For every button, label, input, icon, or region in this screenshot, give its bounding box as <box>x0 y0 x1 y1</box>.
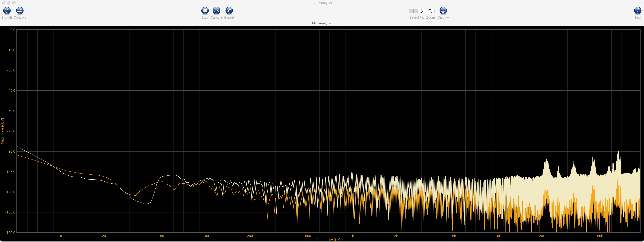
svg-text:20: 20 <box>102 234 106 238</box>
svg-text:Info: Info <box>635 15 641 19</box>
svg-text:500: 500 <box>305 234 311 238</box>
svg-text:FFT Analyzer: FFT Analyzer <box>312 21 332 25</box>
svg-text:Export: Export <box>224 15 234 19</box>
svg-text:-120.0: -120.0 <box>5 190 15 194</box>
svg-text:10: 10 <box>58 234 62 238</box>
svg-text:-90.0: -90.0 <box>7 150 15 153</box>
svg-text:-75.0: -75.0 <box>7 129 15 133</box>
svg-text:-45.0: -45.0 <box>7 89 15 92</box>
svg-text:Pan: Pan <box>419 15 426 19</box>
svg-text:0.0: 0.0 <box>10 28 15 32</box>
svg-text:Capture: Capture <box>210 15 222 19</box>
svg-text:200: 200 <box>247 234 253 238</box>
svg-text:50: 50 <box>160 234 164 238</box>
svg-text:1k: 1k <box>350 234 354 238</box>
svg-text:-105.0: -105.0 <box>5 170 15 174</box>
svg-text:Stop: Stop <box>202 15 209 19</box>
svg-text:50k: 50k <box>597 234 603 238</box>
svg-text:20k: 20k <box>539 234 545 238</box>
svg-text:Select: Select <box>410 15 419 19</box>
svg-text:Zoom: Zoom <box>426 15 435 19</box>
svg-text:Signals: Signals <box>2 15 13 19</box>
svg-text:Display: Display <box>438 15 449 19</box>
svg-text:5k: 5k <box>452 234 456 238</box>
svg-text:FFT Analyzer: FFT Analyzer <box>312 1 332 5</box>
svg-text:2k: 2k <box>394 234 398 238</box>
svg-text:Frequency (Hz): Frequency (Hz) <box>316 238 340 242</box>
svg-text:-60.0: -60.0 <box>7 109 15 113</box>
svg-text:-150.0: -150.0 <box>5 231 15 235</box>
svg-text:100: 100 <box>203 234 209 238</box>
svg-text:-15.0: -15.0 <box>7 48 15 52</box>
svg-text:-30.0: -30.0 <box>7 68 15 72</box>
svg-text:10k: 10k <box>495 234 501 238</box>
svg-text:Magnitude (dBV): Magnitude (dBV) <box>0 118 4 144</box>
svg-text:Controls: Controls <box>14 15 26 19</box>
svg-text:-135.0: -135.0 <box>5 210 15 214</box>
